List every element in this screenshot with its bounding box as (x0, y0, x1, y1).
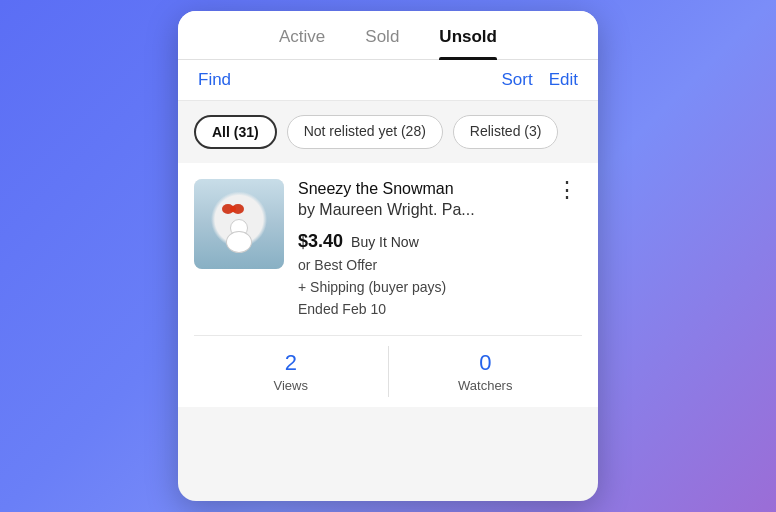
tab-unsold[interactable]: Unsold (439, 27, 497, 59)
listing-subtitle: by Maureen Wright. Pa... (298, 200, 538, 221)
filter-not-relisted[interactable]: Not relisted yet (28) (287, 115, 443, 149)
find-button[interactable]: Find (198, 70, 231, 90)
svg-point-2 (230, 206, 236, 212)
watchers-label: Watchers (458, 378, 512, 393)
offer-line: or Best Offer (298, 254, 538, 276)
tab-sold[interactable]: Sold (365, 27, 399, 59)
ended-line: Ended Feb 10 (298, 298, 538, 320)
more-options-button[interactable]: ⋮ (552, 179, 582, 201)
edit-button[interactable]: Edit (549, 70, 578, 90)
red-bow-icon (222, 201, 244, 217)
main-panel: Active Sold Unsold Find Sort Edit All (3… (178, 11, 598, 501)
filter-relisted[interactable]: Relisted (3) (453, 115, 559, 149)
listing-main: Sneezy the Snowman by Maureen Wright. Pa… (194, 179, 582, 321)
watchers-value: 0 (479, 350, 491, 376)
price-row: $3.40 Buy It Now (298, 231, 538, 252)
stats-row: 2 Views 0 Watchers (194, 335, 582, 407)
sort-button[interactable]: Sort (502, 70, 533, 90)
price-type: Buy It Now (351, 234, 419, 250)
listing-info: Sneezy the Snowman by Maureen Wright. Pa… (298, 179, 538, 321)
tab-bar: Active Sold Unsold (178, 11, 598, 60)
filter-all[interactable]: All (31) (194, 115, 277, 149)
shipping-line: + Shipping (buyer pays) (298, 276, 538, 298)
filter-bar: All (31) Not relisted yet (28) Relisted … (178, 101, 598, 163)
views-stat: 2 Views (194, 336, 388, 407)
views-value: 2 (285, 350, 297, 376)
listing-details: or Best Offer + Shipping (buyer pays) En… (298, 254, 538, 321)
views-label: Views (274, 378, 308, 393)
watchers-stat: 0 Watchers (389, 336, 583, 407)
listing-title: Sneezy the Snowman (298, 179, 538, 200)
action-right: Sort Edit (502, 70, 578, 90)
tab-active[interactable]: Active (279, 27, 325, 59)
listing-card: Sneezy the Snowman by Maureen Wright. Pa… (178, 163, 598, 407)
listing-image (194, 179, 284, 269)
action-bar: Find Sort Edit (178, 60, 598, 101)
listing-price: $3.40 (298, 231, 343, 252)
snowman-torso (226, 231, 252, 253)
snowman-illustration (225, 219, 253, 251)
